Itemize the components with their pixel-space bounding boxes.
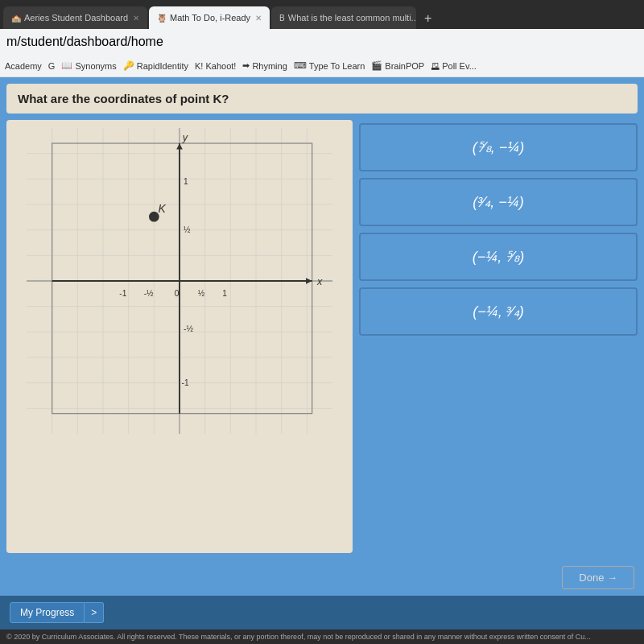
- tab-lcm[interactable]: B What is the least common multi... ✕: [271, 6, 416, 29]
- answer-choice-2[interactable]: (³⁄₄, −¼): [359, 178, 638, 226]
- bookmark-rhyming[interactable]: ➡ Rhyming: [242, 60, 287, 71]
- tab-icon-lcm: B: [279, 14, 285, 23]
- my-progress-arrow-button[interactable]: >: [85, 602, 104, 623]
- svg-text:0: 0: [175, 289, 180, 298]
- address-text: m/student/dashboard/home: [6, 35, 163, 49]
- browser-chrome: 🏫 Aeries Student Dashboard ✕ 🦉 Math To D…: [0, 0, 644, 77]
- bookmark-kahoot[interactable]: K! Kahoot!: [195, 61, 236, 71]
- svg-text:½: ½: [198, 289, 205, 298]
- tab-close-iready[interactable]: ✕: [255, 14, 262, 23]
- svg-text:-1: -1: [182, 378, 189, 387]
- graph-canvas: x y 0 -1 -½ ½ 1 ½ -½ 1 -1 K: [27, 128, 332, 434]
- my-progress-bar: My Progress >: [0, 596, 644, 630]
- tab-bar: 🏫 Aeries Student Dashboard ✕ 🦉 Math To D…: [0, 0, 644, 29]
- answer-text-1: (⁵⁄₈, −¼): [473, 138, 525, 156]
- point-k-label: K: [158, 202, 166, 215]
- bookmark-rapididentity[interactable]: 🔑 RapidIdentity: [123, 60, 188, 71]
- answer-choice-3[interactable]: (−¼, ⁵⁄₈): [359, 233, 638, 281]
- main-content: What are the coordinates of point K?: [0, 77, 644, 644]
- bookmark-synonyms[interactable]: 📖 Synonyms: [61, 60, 116, 71]
- svg-text:1: 1: [184, 177, 188, 186]
- tab-aeries[interactable]: 🏫 Aeries Student Dashboard ✕: [3, 6, 147, 29]
- svg-text:-1: -1: [119, 289, 126, 298]
- new-tab-button[interactable]: +: [418, 8, 438, 29]
- svg-text:-½: -½: [184, 324, 193, 333]
- bookmark-academy[interactable]: Academy: [5, 61, 42, 71]
- answer-choices: (⁵⁄₈, −¼) (³⁄₄, −¼) (−¼, ⁵⁄₈) (−¼, ³⁄₄): [359, 120, 638, 553]
- question-area: What are the coordinates of point K?: [6, 84, 638, 114]
- tab-close-aeries[interactable]: ✕: [133, 14, 139, 23]
- answer-text-3: (−¼, ⁵⁄₈): [473, 248, 525, 266]
- answer-choice-4[interactable]: (−¼, ³⁄₄): [359, 287, 638, 336]
- answer-text-4: (−¼, ³⁄₄): [473, 303, 524, 320]
- svg-rect-22: [52, 143, 312, 414]
- footer-text: © 2020 by Curriculum Associates. All rig…: [0, 630, 644, 644]
- svg-text:x: x: [316, 276, 323, 287]
- answer-choice-1[interactable]: (⁵⁄₈, −¼): [359, 123, 638, 171]
- bookmark-pollev[interactable]: 🗳 Poll Ev...: [431, 61, 477, 71]
- question-text: What are the coordinates of point K?: [18, 92, 229, 105]
- bookmark-brainpop[interactable]: 🎬 BrainPOP: [371, 60, 424, 71]
- exercise-container: x y 0 -1 -½ ½ 1 ½ -½ 1 -1 K: [6, 120, 638, 553]
- svg-text:-½: -½: [144, 289, 154, 298]
- tab-icon-iready: 🦉: [157, 14, 167, 23]
- graph-area: x y 0 -1 -½ ½ 1 ½ -½ 1 -1 K: [6, 120, 353, 553]
- done-bar: Done →: [0, 559, 644, 596]
- my-progress-button[interactable]: My Progress: [10, 602, 85, 623]
- done-button[interactable]: Done →: [562, 566, 634, 589]
- bookmark-google[interactable]: G: [48, 61, 56, 71]
- bookmarks-bar: Academy G 📖 Synonyms 🔑 RapidIdentity K! …: [0, 55, 644, 77]
- svg-marker-26: [176, 143, 183, 150]
- address-bar[interactable]: m/student/dashboard/home: [0, 29, 644, 55]
- bookmark-typetolearn[interactable]: ⌨ Type To Learn: [294, 60, 365, 71]
- svg-text:y: y: [182, 132, 188, 143]
- answer-text-2: (³⁄₄, −¼): [473, 193, 524, 211]
- svg-text:1: 1: [222, 289, 227, 298]
- svg-marker-24: [306, 278, 312, 284]
- tab-iready[interactable]: 🦉 Math To Do, i-Ready ✕: [149, 6, 270, 29]
- coordinate-grid: x y 0 -1 -½ ½ 1 ½ -½ 1 -1 K: [27, 128, 332, 434]
- tab-icon-aeries: 🏫: [11, 14, 21, 23]
- svg-text:½: ½: [184, 225, 191, 234]
